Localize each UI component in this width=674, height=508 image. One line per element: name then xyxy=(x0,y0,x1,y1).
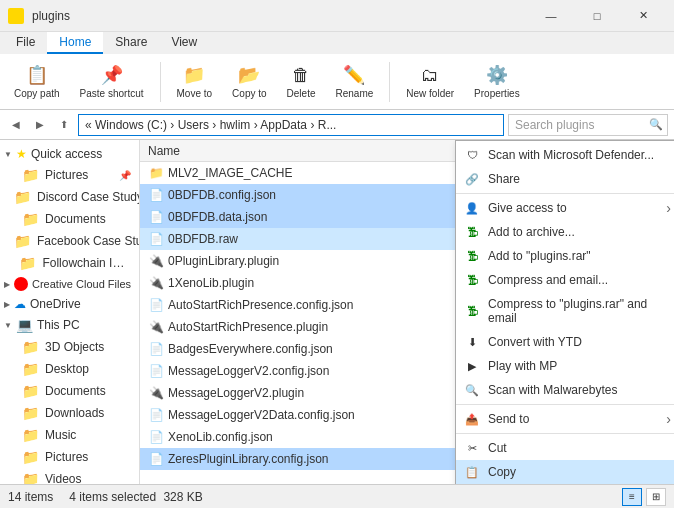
toolbar-move-label: Move to xyxy=(177,88,213,99)
folder-icon: 📁 xyxy=(22,211,39,227)
sidebar-item-label: Documents xyxy=(45,384,106,398)
toolbar-copy-path-label: Copy path xyxy=(14,88,60,99)
search-icon: 🔍 xyxy=(649,118,663,131)
title-bar: plugins — □ ✕ xyxy=(0,0,674,32)
ctx-share[interactable]: 🔗 Share xyxy=(456,167,674,191)
status-selected-count: 4 items selected xyxy=(69,490,156,504)
sidebar-item-desktop[interactable]: 📁 Desktop xyxy=(0,358,139,380)
sidebar-item-3dobjects[interactable]: 📁 3D Objects xyxy=(0,336,139,358)
sidebar-item-label: Discord Case Study xyxy=(37,190,140,204)
toolbar-move-to[interactable]: 📁 Move to xyxy=(171,62,219,101)
new-folder-icon: 🗂 xyxy=(421,65,439,86)
toolbar-copyto-label: Copy to xyxy=(232,88,266,99)
ctx-separator xyxy=(456,193,674,194)
sidebar-item-pictures[interactable]: 📁 Pictures 📌 xyxy=(0,164,139,186)
tab-home[interactable]: Home xyxy=(47,32,103,54)
ctx-convert-ytd[interactable]: ⬇ Convert with YTD xyxy=(456,330,674,354)
shield-icon: 🛡 xyxy=(464,147,480,163)
tab-view[interactable]: View xyxy=(159,32,209,54)
ctx-scan-malwarebytes[interactable]: 🔍 Scan with Malwarebytes xyxy=(456,378,674,402)
sidebar-item-videos[interactable]: 📁 Videos xyxy=(0,468,139,484)
sidebar-item-pictures-pc[interactable]: 📁 Pictures xyxy=(0,446,139,468)
ctx-add-archive[interactable]: 🗜 Add to archive... xyxy=(456,220,674,244)
sidebar-section-this-pc[interactable]: ▼ 💻 This PC xyxy=(0,314,139,336)
tab-share[interactable]: Share xyxy=(103,32,159,54)
status-selected: 4 items selected 328 KB xyxy=(69,490,202,504)
folder-icon: 📁 xyxy=(22,361,39,377)
folder-icon: 📁 xyxy=(22,449,39,465)
folder-icon: 📁 xyxy=(14,233,31,249)
maximize-button[interactable]: □ xyxy=(574,0,620,32)
forward-button[interactable]: ▶ xyxy=(30,115,50,135)
back-button[interactable]: ◀ xyxy=(6,115,26,135)
toolbar-rename-label: Rename xyxy=(335,88,373,99)
json-icon: 📄 xyxy=(148,429,164,445)
sidebar-item-label: Pictures xyxy=(45,450,88,464)
paste-shortcut-icon: 📌 xyxy=(101,64,123,86)
view-details-button[interactable]: ≡ xyxy=(622,488,642,506)
sidebar-item-label: 3D Objects xyxy=(45,340,104,354)
toolbar-paste-label: Paste shortcut xyxy=(80,88,144,99)
ribbon-bar: 📋 Copy path 📌 Paste shortcut 📁 Move to 📂… xyxy=(0,54,674,110)
move-to-icon: 📁 xyxy=(183,64,205,86)
ctx-give-access[interactable]: 👤 Give access to xyxy=(456,196,674,220)
ctx-item-label: Convert with YTD xyxy=(488,335,582,349)
ctx-copy[interactable]: 📋 Copy xyxy=(456,460,674,484)
close-button[interactable]: ✕ xyxy=(620,0,666,32)
toolbar-delete[interactable]: 🗑 Delete xyxy=(281,63,322,101)
toolbar-paste-shortcut[interactable]: 📌 Paste shortcut xyxy=(74,62,150,101)
toolbar-divider-1 xyxy=(160,62,161,102)
ctx-compress-email[interactable]: 🗜 Compress and email... xyxy=(456,268,674,292)
sidebar-item-documents-pc[interactable]: 📁 Documents xyxy=(0,380,139,402)
pin-icon: 📌 xyxy=(119,170,131,181)
malwarebytes-icon: 🔍 xyxy=(464,382,480,398)
status-view-controls: ≡ ⊞ xyxy=(622,488,666,506)
sidebar-item-documents[interactable]: 📁 Documents xyxy=(0,208,139,230)
ctx-cut[interactable]: ✂ Cut xyxy=(456,436,674,460)
json-icon: 📄 xyxy=(148,187,164,203)
toolbar-divider-2 xyxy=(389,62,390,102)
plugin-icon: 🔌 xyxy=(148,319,164,335)
sidebar-section-label-creative: Creative Cloud Files xyxy=(32,278,131,290)
ctx-send-to[interactable]: 📤 Send to xyxy=(456,407,674,431)
copy-path-icon: 📋 xyxy=(26,64,48,86)
ctx-scan-defender[interactable]: 🛡 Scan with Microsoft Defender... xyxy=(456,143,674,167)
address-path[interactable]: « Windows (C:) › Users › hwlim › AppData… xyxy=(78,114,504,136)
toolbar-properties[interactable]: ⚙️ Properties xyxy=(468,62,526,101)
sidebar-item-label: Pictures xyxy=(45,168,88,182)
window-controls: — □ ✕ xyxy=(528,0,666,32)
folder-icon: 📁 xyxy=(22,427,39,443)
ctx-item-label: Copy xyxy=(488,465,516,479)
sidebar-section-onedrive[interactable]: ▶ ☁ OneDrive xyxy=(0,294,139,314)
toolbar-copy-path[interactable]: 📋 Copy path xyxy=(8,62,66,101)
sidebar-item-discord[interactable]: 📁 Discord Case Study xyxy=(0,186,139,208)
search-box[interactable]: Search plugins 🔍 xyxy=(508,114,668,136)
toolbar-rename[interactable]: ✏️ Rename xyxy=(329,62,379,101)
tab-file[interactable]: File xyxy=(4,32,47,54)
ribbon-tabs: File Home Share View xyxy=(0,32,674,54)
plugin-icon: 🔌 xyxy=(148,385,164,401)
sidebar-section-creative-cloud[interactable]: ▶ Creative Cloud Files xyxy=(0,274,139,294)
sidebar-item-facebook[interactable]: 📁 Facebook Case Study xyxy=(0,230,139,252)
sidebar-section-label-onedrive: OneDrive xyxy=(30,297,81,311)
sidebar-item-followchain[interactable]: 📁 Followchain Instagram C xyxy=(0,252,139,274)
ctx-separator xyxy=(456,433,674,434)
toolbar-copy-to[interactable]: 📂 Copy to xyxy=(226,62,272,101)
ctx-compress-plugins-email[interactable]: 🗜 Compress to "plugins.rar" and email xyxy=(456,292,674,330)
toolbar-new-folder[interactable]: 🗂 New folder xyxy=(400,63,460,101)
sidebar-section-quick-access[interactable]: ▼ ★ Quick access xyxy=(0,144,139,164)
onedrive-icon: ☁ xyxy=(14,297,26,311)
up-button[interactable]: ⬆ xyxy=(54,115,74,135)
minimize-button[interactable]: — xyxy=(528,0,574,32)
sidebar-item-music[interactable]: 📁 Music xyxy=(0,424,139,446)
ctx-play-mp[interactable]: ▶ Play with MP xyxy=(456,354,674,378)
folder-icon: 📁 xyxy=(22,471,39,484)
ctx-item-label: Cut xyxy=(488,441,507,455)
view-tiles-button[interactable]: ⊞ xyxy=(646,488,666,506)
sidebar-item-downloads[interactable]: 📁 Downloads xyxy=(0,402,139,424)
json-icon: 📄 xyxy=(148,407,164,423)
ctx-item-label: Compress to "plugins.rar" and email xyxy=(488,297,655,325)
ctx-add-plugins-rar[interactable]: 🗜 Add to "plugins.rar" xyxy=(456,244,674,268)
folder-icon: 📁 xyxy=(19,255,36,271)
ctx-item-label: Share xyxy=(488,172,520,186)
